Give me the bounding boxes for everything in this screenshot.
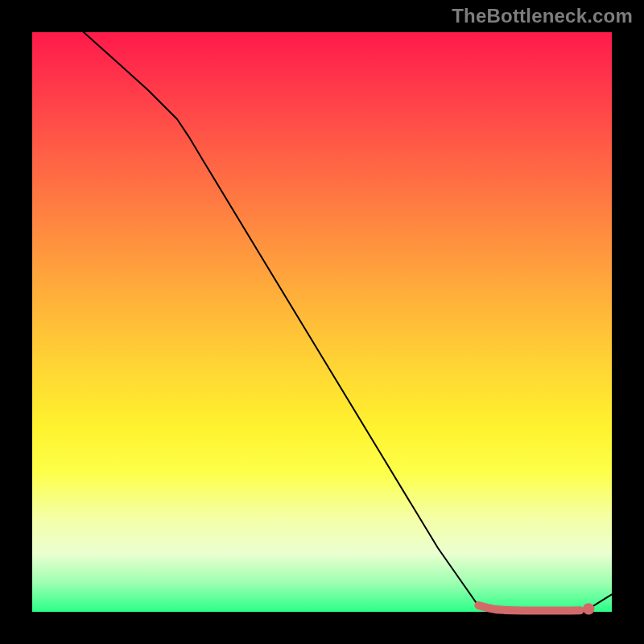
watermark-text: TheBottleneck.com [452, 5, 633, 27]
end-dot-marker [583, 603, 594, 614]
chart-container: TheBottleneck.com [0, 0, 644, 644]
chart-svg [32, 32, 612, 612]
series-curve [32, 0, 612, 611]
series-highlight [478, 605, 580, 610]
plot-area [32, 32, 612, 612]
